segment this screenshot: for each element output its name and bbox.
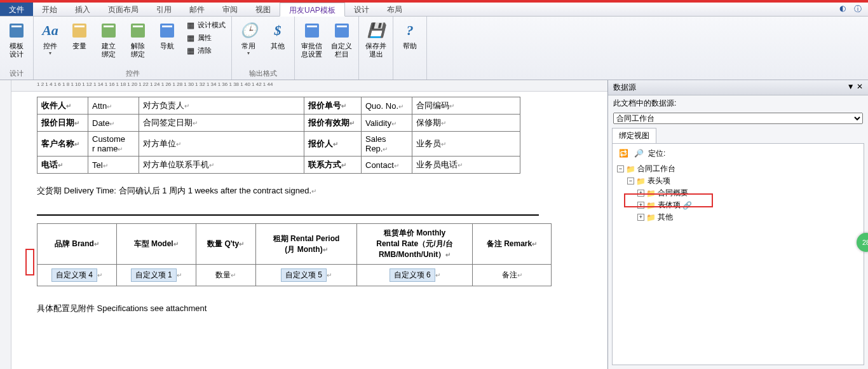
save-exit-icon: 💾 [366, 20, 386, 41]
menu-审阅[interactable]: 审阅 [214, 3, 247, 16]
menu-开始[interactable]: 开始 [33, 3, 66, 16]
menu-布局[interactable]: 布局 [378, 3, 411, 16]
control-btn-icon: Aa [40, 20, 60, 41]
svg-rect-9 [162, 25, 172, 27]
svg-rect-1 [11, 25, 22, 27]
svg-rect-11 [307, 25, 317, 27]
menu-邮件[interactable]: 邮件 [180, 3, 214, 16]
menu-bar: 文件 开始插入页面布局引用邮件审阅视图用友UAP模板设计布局 ◐ ⓘ [0, 3, 868, 17]
design-mode-icon: ▦ [186, 20, 196, 30]
custom-col[interactable]: 自定义栏目 [329, 19, 355, 60]
properties-icon: ▦ [186, 32, 196, 43]
template-design[interactable]: 模板设计 [4, 19, 29, 60]
style-help-icon[interactable]: ◐ [837, 4, 848, 14]
variable-btn[interactable]: 变量 [67, 19, 92, 52]
navigate-icon [157, 20, 177, 41]
menu-设计[interactable]: 设计 [345, 3, 378, 16]
other-fmt-icon: $ [268, 20, 288, 41]
menu-页面布局[interactable]: 页面布局 [99, 3, 147, 16]
template-design-icon [6, 20, 27, 41]
variable-btn-icon [69, 20, 90, 41]
menu-file[interactable]: 文件 [0, 3, 33, 16]
control-btn[interactable]: Aa控件▾ [37, 19, 63, 57]
help-icon: ? [400, 20, 420, 41]
approval-info-icon [302, 20, 322, 41]
menu-插入[interactable]: 插入 [66, 3, 99, 16]
navigate[interactable]: 导航 [154, 19, 180, 52]
svg-rect-5 [104, 25, 114, 27]
remove-bind[interactable]: 解除绑定 [125, 19, 151, 60]
ribbon-help-icon[interactable]: ⓘ [853, 4, 863, 14]
other-fmt[interactable]: $其他 [265, 19, 290, 52]
help[interactable]: ?帮助 [397, 19, 423, 52]
svg-rect-7 [133, 25, 143, 27]
save-exit[interactable]: 💾保存并退出 [363, 19, 389, 60]
clear[interactable]: ▦清除 [184, 45, 227, 56]
design-mode[interactable]: ▦设计模式 [184, 19, 227, 31]
build-bind-icon [98, 20, 119, 41]
common-fmt-icon: 🕒 [238, 20, 259, 41]
svg-rect-3 [74, 25, 85, 27]
custom-col-icon [332, 20, 352, 41]
ribbon: 模板设计设计Aa控件▾变量建立绑定解除绑定导航▦设计模式▦属性▦清除控件🕒常用▾… [0, 17, 868, 80]
menu-用友UAP模板[interactable]: 用友UAP模板 [280, 3, 345, 17]
menu-视图[interactable]: 视图 [247, 3, 280, 16]
svg-rect-13 [337, 25, 347, 27]
build-bind[interactable]: 建立绑定 [96, 19, 121, 60]
approval-info[interactable]: 审批信息设置 [299, 19, 325, 60]
clear-icon: ▦ [186, 45, 196, 55]
properties[interactable]: ▦属性 [184, 32, 227, 43]
menu-引用[interactable]: 引用 [147, 3, 180, 16]
remove-bind-icon [128, 20, 148, 41]
common-fmt[interactable]: 🕒常用▾ [236, 19, 261, 57]
